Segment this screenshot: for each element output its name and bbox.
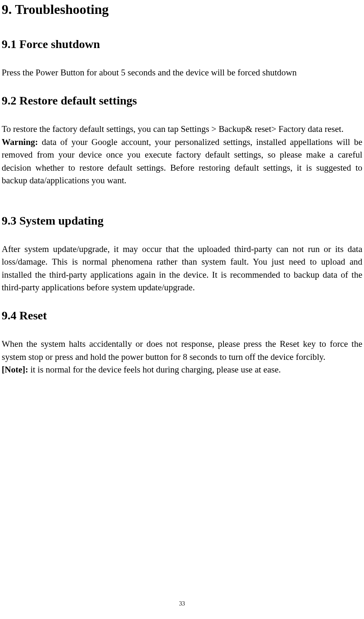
document-page: 9. Troubleshooting 9.1 Force shutdown Pr… <box>0 0 364 376</box>
section-body-9-3: After system update/upgrade, it may occu… <box>2 243 362 294</box>
section-body-9-4-main: When the system halts accidentally or do… <box>2 338 362 363</box>
section-heading-9-1: 9.1 Force shutdown <box>2 38 362 51</box>
warning-text: data of your Google account, your person… <box>2 137 362 185</box>
section-heading-9-3: 9.3 System updating <box>2 214 362 228</box>
section-heading-9-4: 9.4 Reset <box>2 309 362 322</box>
section-body-9-2-warning: Warning: data of your Google account, yo… <box>2 136 362 187</box>
chapter-title: 9. Troubleshooting <box>2 0 362 17</box>
warning-label: Warning: <box>2 137 38 147</box>
section-body-9-2-intro: To restore the factory default settings,… <box>2 123 362 135</box>
section-body-9-1: Press the Power Button for about 5 secon… <box>2 66 362 79</box>
page-number: 33 <box>0 600 364 607</box>
note-text: it is normal for the device feels hot du… <box>28 364 281 375</box>
spacer <box>2 202 362 214</box>
section-body-9-4-note: [Note]: it is normal for the device feel… <box>2 363 362 376</box>
note-label: [Note]: <box>2 364 28 375</box>
section-heading-9-2: 9.2 Restore default settings <box>2 94 362 107</box>
